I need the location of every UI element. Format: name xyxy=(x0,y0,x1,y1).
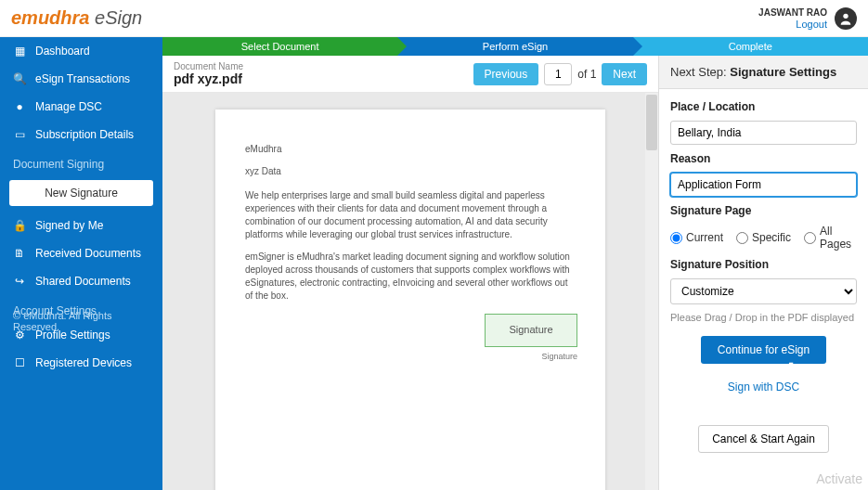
sidebar-item-signed-by-me[interactable]: 🔒 Signed by Me xyxy=(0,212,162,239)
circle-icon: ● xyxy=(13,100,26,113)
device-icon: ☐ xyxy=(13,356,26,369)
sidebar-item-label: Manage DSC xyxy=(35,100,102,113)
sidebar-item-label: Dashboard xyxy=(35,45,90,58)
document-header: Document Name pdf xyz.pdf Previous of 1 … xyxy=(162,56,658,93)
signature-caption: Signature xyxy=(541,351,577,363)
step-perform-esign[interactable]: Perform eSign xyxy=(397,37,632,56)
pdf-paragraph-1: We help enterprises large and small buil… xyxy=(245,189,576,241)
logo-text-2: eSign xyxy=(89,7,142,28)
document-panel: Document Name pdf xyz.pdf Previous of 1 … xyxy=(162,56,659,490)
radio-label: Current xyxy=(686,231,723,244)
settings-body: Place / Location Reason Signature Page C… xyxy=(659,89,868,464)
cancel-start-again-button[interactable]: Cancel & Start Again xyxy=(698,425,829,453)
continue-for-esign-button[interactable]: Continue for eSign ↖ xyxy=(701,336,826,364)
header-user-area: JASWANT RAO Logout xyxy=(758,7,857,30)
user-name: JASWANT RAO xyxy=(758,7,827,18)
radio-current-label[interactable]: Current xyxy=(670,231,723,244)
logout-link[interactable]: Logout xyxy=(796,19,827,30)
cursor-icon: ↖ xyxy=(787,358,798,373)
signature-placeholder-box[interactable]: Signature xyxy=(485,314,577,347)
sidebar-item-label: Subscription Details xyxy=(35,128,134,141)
sidebar-item-registered-devices[interactable]: ☐ Registered Devices xyxy=(0,349,162,377)
signature-position-select[interactable]: Customize xyxy=(670,278,857,304)
sidebar-item-label: Received Documents xyxy=(35,247,141,260)
sidebar-item-manage-dsc[interactable]: ● Manage DSC xyxy=(0,93,162,121)
new-signature-button[interactable]: New Signature xyxy=(9,180,153,206)
radio-specific-label[interactable]: Specific xyxy=(736,231,791,244)
radio-all-pages-label[interactable]: All Pages xyxy=(804,225,857,251)
sidebar-heading-document-signing: Document Signing xyxy=(0,148,162,174)
sidebar: ▦ Dashboard 🔍 eSign Transactions ● Manag… xyxy=(0,37,162,490)
app-header: emudhra eSign JASWANT RAO Logout xyxy=(0,0,868,37)
search-icon: 🔍 xyxy=(13,72,26,85)
sidebar-item-dashboard[interactable]: ▦ Dashboard xyxy=(0,37,162,65)
step-label: Perform eSign xyxy=(483,41,548,52)
settings-header: Next Step: Signature Settings xyxy=(659,56,868,89)
windows-activate-watermark: Activate xyxy=(816,471,862,486)
next-page-button[interactable]: Next xyxy=(602,63,647,85)
signature-position-label: Signature Position xyxy=(670,258,857,271)
main-area: Select Document Perform eSign Complete D… xyxy=(162,37,868,490)
pdf-content-subtitle: xyz Data xyxy=(245,165,576,178)
sidebar-item-received-documents[interactable]: 🗎 Received Documents xyxy=(0,239,162,267)
page-total-label: of 1 xyxy=(577,68,596,81)
place-location-label: Place / Location xyxy=(670,100,857,113)
signature-page-label: Signature Page xyxy=(670,204,857,217)
reason-label: Reason xyxy=(670,152,857,165)
radio-all-pages[interactable] xyxy=(804,232,816,244)
drag-drop-hint: Please Drag / Drop in the PDF displayed xyxy=(670,312,857,323)
settings-heading-prefix: Next Step: xyxy=(670,65,730,79)
document-scroll-area[interactable]: eMudhra xyz Data We help enterprises lar… xyxy=(162,93,658,490)
sign-with-dsc-link[interactable]: Sign with DSC xyxy=(670,380,857,393)
previous-page-button[interactable]: Previous xyxy=(473,63,539,85)
document-name: pdf xyz.pdf xyxy=(174,71,243,86)
grid-icon: ▦ xyxy=(13,45,26,58)
card-icon: ▭ xyxy=(13,128,26,141)
content-row: Document Name pdf xyz.pdf Previous of 1 … xyxy=(162,56,868,490)
sidebar-footer: © eMudhra. All Rights Reserved. xyxy=(0,301,162,342)
radio-label: Specific xyxy=(752,231,791,244)
reason-input[interactable] xyxy=(670,173,857,197)
pdf-page: eMudhra xyz Data We help enterprises lar… xyxy=(215,110,605,490)
svg-point-0 xyxy=(843,13,848,18)
pdf-content-title: eMudhra xyxy=(245,143,576,156)
sidebar-item-shared-documents[interactable]: ↪ Shared Documents xyxy=(0,267,162,295)
place-location-input[interactable] xyxy=(670,121,857,145)
sidebar-item-label: Signed by Me xyxy=(35,219,103,232)
sidebar-item-subscription[interactable]: ▭ Subscription Details xyxy=(0,121,162,148)
step-label: Complete xyxy=(729,41,772,52)
scrollbar[interactable] xyxy=(645,93,658,490)
step-label: Select Document xyxy=(241,41,319,52)
radio-current[interactable] xyxy=(670,232,682,244)
doc-icon: 🗎 xyxy=(13,247,26,260)
step-bar: Select Document Perform eSign Complete xyxy=(162,37,868,56)
settings-heading: Signature Settings xyxy=(730,65,836,79)
logo: emudhra eSign xyxy=(11,7,142,29)
sidebar-item-label: Shared Documents xyxy=(35,275,131,288)
document-name-label: Document Name xyxy=(174,61,243,71)
radio-specific[interactable] xyxy=(736,232,748,244)
pdf-paragraph-2: emSigner is eMudhra's market leading doc… xyxy=(245,251,576,303)
sidebar-item-esign-transactions[interactable]: 🔍 eSign Transactions xyxy=(0,65,162,93)
avatar[interactable] xyxy=(835,7,857,30)
button-label: Continue for eSign xyxy=(718,343,810,356)
step-complete[interactable]: Complete xyxy=(633,37,868,56)
share-icon: ↪ xyxy=(13,275,26,288)
signature-page-radio-group: Current Specific All Pages xyxy=(670,225,857,251)
page-navigation: Previous of 1 Next xyxy=(473,63,647,85)
sidebar-item-label: eSign Transactions xyxy=(35,72,130,85)
user-icon xyxy=(838,11,853,26)
step-select-document[interactable]: Select Document xyxy=(162,37,397,56)
logo-text-1: emudhra xyxy=(11,7,89,28)
sidebar-item-label: Registered Devices xyxy=(35,356,132,369)
lock-icon: 🔒 xyxy=(13,219,26,232)
scrollbar-thumb[interactable] xyxy=(646,95,657,150)
page-number-input[interactable] xyxy=(544,63,572,85)
signature-settings-panel: Next Step: Signature Settings Place / Lo… xyxy=(659,56,868,490)
radio-label: All Pages xyxy=(820,225,857,251)
